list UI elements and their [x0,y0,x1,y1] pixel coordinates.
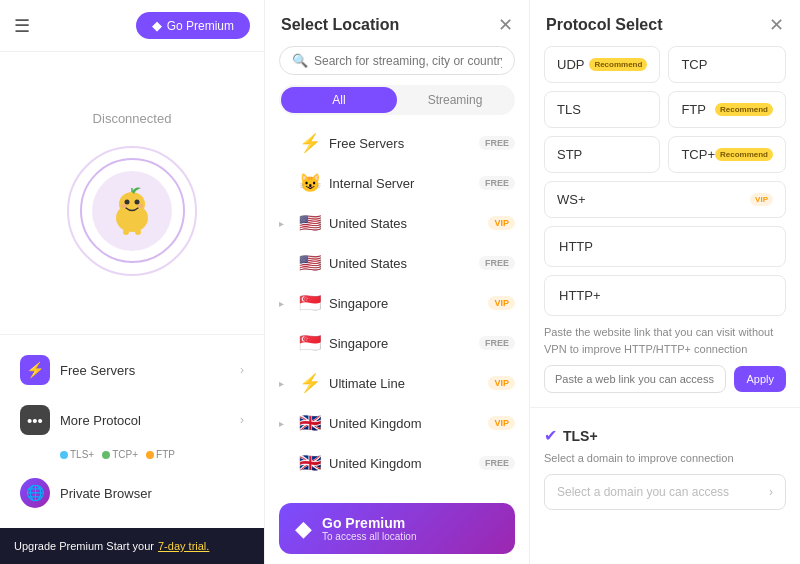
location-badge: FREE [479,256,515,270]
location-flag: 🇩🇪 [299,492,321,493]
right-close-button[interactable]: ✕ [769,14,784,36]
location-item-left: ⚡Free Servers [279,132,404,154]
search-bar[interactable]: 🔍 [279,46,515,75]
location-name: United States [329,216,407,231]
location-name: Free Servers [329,136,404,151]
location-flag: 🇬🇧 [299,452,321,474]
tls-check-icon: ✔ [544,426,557,445]
expand-icon[interactable]: ▸ [279,218,291,229]
ftp-badge: Recommend [715,103,773,116]
tab-all[interactable]: All [281,87,397,113]
expand-icon[interactable]: ▸ [279,378,291,389]
upgrade-link[interactable]: 7-day trial. [158,540,209,552]
location-badge: VIP [488,216,515,230]
location-item[interactable]: ▸🇺🇸United StatesVIP [265,203,529,243]
right-header: Protocol Select ✕ [530,0,800,46]
expand-icon[interactable]: ▸ [279,298,291,309]
tcp-label: TCP+ [112,449,138,460]
location-item[interactable]: ▸🇸🇬SingaporeVIP [265,283,529,323]
http-input-row: Apply [544,365,786,393]
location-item[interactable]: ▸⚡Ultimate LineVIP [265,363,529,403]
go-premium-btn-text: Go Premium To access all location [322,515,417,542]
location-item[interactable]: ▸🇩🇪GermanyVIP [265,483,529,493]
tcp-dot [102,451,110,459]
location-item[interactable]: 🇸🇬SingaporeFREE [265,323,529,363]
svg-point-1 [119,192,145,216]
location-item[interactable]: 😺Internal ServerFREE [265,163,529,203]
protocol-tags: TLS+ TCP+ FTP [14,445,250,468]
go-premium-button[interactable]: ◆ Go Premium [136,12,250,39]
ftp-label-right: FTP [681,102,706,117]
location-item[interactable]: 🇺🇸United StatesFREE [265,243,529,283]
udp-label: UDP [557,57,584,72]
more-protocol-nav-item[interactable]: ••• More Protocol › [14,395,250,445]
svg-point-5 [121,204,127,208]
location-name: Ultimate Line [329,376,405,391]
domain-chevron-icon: › [769,485,773,499]
upgrade-text: Upgrade Premium Start your [14,540,154,552]
location-item-left: 😺Internal Server [279,172,414,194]
free-servers-icon: ⚡ [20,355,50,385]
http-input[interactable] [544,365,726,393]
filter-tabs: All Streaming [279,85,515,115]
right-panel: Protocol Select ✕ UDP Recommend TCP TLS … [530,0,800,564]
left-footer-nav: ⚡ Free Servers › ••• More Protocol › TLS… [0,334,264,528]
private-browser-nav-item[interactable]: 🌐 Private Browser [14,468,250,518]
tls-plus-description: Select a domain to improve connection [544,451,786,466]
location-flag: 🇺🇸 [299,252,321,274]
disconnected-label: Disconnected [93,111,172,126]
location-item-left: ▸🇺🇸United States [279,212,407,234]
location-name: United Kingdom [329,416,422,431]
ftp-tag: FTP [146,449,175,460]
tls-plus-title: TLS+ [563,428,598,444]
tab-streaming[interactable]: Streaming [397,87,513,113]
tls-label-right: TLS [557,102,581,117]
location-item-left: 🇸🇬Singapore [279,332,388,354]
http-section: Paste the website link that you can visi… [530,324,800,399]
protocol-grid: UDP Recommend TCP TLS FTP Recommend STP … [530,46,800,181]
go-premium-btn-icon: ◆ [295,516,312,542]
svg-rect-7 [123,229,129,235]
location-flag: 😺 [299,172,321,194]
location-item[interactable]: 🇬🇧United KingdomFREE [265,443,529,483]
ftp-label: FTP [156,449,175,460]
location-badge: FREE [479,336,515,350]
go-premium-bottom-button[interactable]: ◆ Go Premium To access all location [279,503,515,554]
free-servers-nav-left: ⚡ Free Servers [20,355,135,385]
premium-btn-label: Go Premium [167,19,234,33]
location-item-left: ▸🇸🇬Singapore [279,292,388,314]
location-item[interactable]: ⚡Free ServersFREE [265,123,529,163]
free-servers-nav-item[interactable]: ⚡ Free Servers › [14,345,250,395]
left-body: Disconnected [0,52,264,334]
location-item-left: 🇺🇸United States [279,252,407,274]
location-flag: 🇸🇬 [299,292,321,314]
protocol-ftp[interactable]: FTP Recommend [668,91,786,128]
svg-point-2 [125,199,130,204]
domain-placeholder: Select a domain you can access [557,485,729,499]
protocol-ws-plus[interactable]: WS+ VIP [544,181,786,218]
location-item-left: 🇬🇧United Kingdom [279,452,422,474]
hamburger-icon[interactable]: ☰ [14,15,30,37]
protocol-http[interactable]: HTTP [544,226,786,267]
protocol-stp[interactable]: STP [544,136,660,173]
protocol-tcp[interactable]: TCP [668,46,786,83]
select-location-title: Select Location [281,16,399,34]
middle-close-button[interactable]: ✕ [498,14,513,36]
location-badge: VIP [488,296,515,310]
expand-icon[interactable]: ▸ [279,418,291,429]
svg-point-6 [137,204,143,208]
tls-plus-header: ✔ TLS+ [544,426,786,445]
protocol-udp[interactable]: UDP Recommend [544,46,660,83]
protocol-tcp-plus[interactable]: TCP+ Recommend [668,136,786,173]
location-flag: ⚡ [299,132,321,154]
domain-select[interactable]: Select a domain you can access › [544,474,786,510]
more-protocol-label: More Protocol [60,413,141,428]
protocol-tls[interactable]: TLS [544,91,660,128]
location-item[interactable]: ▸🇬🇧United KingdomVIP [265,403,529,443]
apply-button[interactable]: Apply [734,366,786,392]
more-protocol-nav-left: ••• More Protocol [20,405,141,435]
globe-icon: 🌐 [20,478,50,508]
location-flag: 🇸🇬 [299,332,321,354]
search-input[interactable] [314,54,502,68]
protocol-http-plus[interactable]: HTTP+ [544,275,786,316]
